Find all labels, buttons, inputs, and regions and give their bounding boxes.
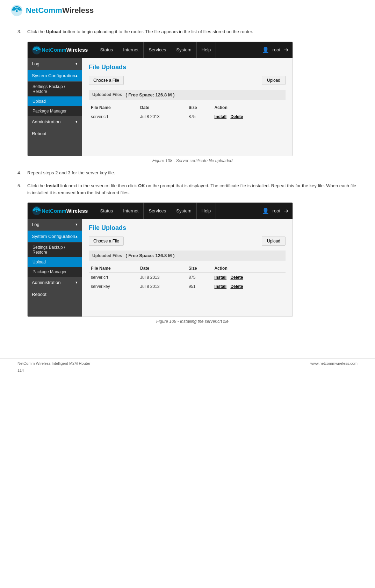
- col-date-2: Date: [138, 264, 186, 273]
- page-title-1: File Uploads: [89, 64, 286, 71]
- sidebar-sysconfg-chevron-2: ▴: [75, 234, 78, 239]
- username-1: root: [273, 47, 280, 52]
- nav-internet-1[interactable]: Internet: [118, 42, 144, 58]
- screenshot-1: NetCommWireless Status Internet Services…: [27, 42, 293, 156]
- router-main-1: File Uploads Choose a File Upload Upload…: [82, 58, 293, 156]
- sidebar-upload-1[interactable]: Upload: [28, 96, 82, 106]
- upload-btn-2[interactable]: Upload: [262, 237, 286, 246]
- router-logo-icon-2: [32, 206, 42, 216]
- router-navbar-2: NetCommWireless Status Internet Services…: [28, 203, 293, 219]
- router-navbar-1: NetCommWireless Status Internet Services…: [28, 42, 293, 58]
- router-nav-items-1: Status Internet Services System Help: [95, 42, 262, 58]
- sidebar-reboot-2[interactable]: Reboot: [28, 289, 82, 300]
- sidebar-sysconfg-label-2: System Configuration: [32, 234, 75, 239]
- delete-link-1-1[interactable]: Delete: [230, 114, 243, 119]
- step-3-number: 3.: [17, 28, 27, 35]
- file-date-2-2: Jul 8 2013: [138, 282, 186, 291]
- uploaded-files-bar-1: Uploaded Files ( Free Space: 126.8 M ): [89, 90, 286, 100]
- nav-help-2[interactable]: Help: [197, 203, 216, 219]
- doc-header: NetCommWireless: [0, 0, 375, 21]
- router-main-2: File Uploads Choose a File Upload Upload…: [82, 219, 293, 317]
- username-2: root: [273, 208, 280, 213]
- nav-internet-2[interactable]: Internet: [118, 203, 144, 219]
- col-date-1: Date: [138, 103, 186, 112]
- file-actions-2-2: Install Delete: [212, 282, 286, 291]
- sidebar-log-label-1: Log: [32, 61, 39, 66]
- nav-status-2[interactable]: Status: [95, 203, 118, 219]
- sidebar-admin-2[interactable]: Administration ▾: [28, 277, 82, 288]
- sidebar-log-1[interactable]: Log ▾: [28, 58, 82, 70]
- table-row-2-2: server.key Jul 8 2013 951 Install Delete: [89, 282, 286, 291]
- free-space-1: ( Free Space: 126.8 M ): [125, 92, 174, 97]
- figure-caption-2: Figure 109 - Installing the server.crt f…: [27, 319, 358, 324]
- sidebar-sysconfg-2[interactable]: System Configuration ▴: [28, 231, 82, 242]
- router-logo-icon-1: [32, 45, 42, 55]
- sidebar-log-2[interactable]: Log ▾: [28, 219, 82, 230]
- logout-icon-2[interactable]: ➜: [284, 208, 288, 214]
- step-5-text: Click the Install link next to the serve…: [27, 182, 358, 196]
- file-name-1-1: server.crt: [89, 112, 138, 121]
- footer-left: NetComm Wireless Intelligent M2M Router: [17, 361, 90, 365]
- file-size-2-1: 875: [186, 273, 212, 282]
- sidebar-log-chevron-2: ▾: [75, 222, 78, 227]
- nav-system-1[interactable]: System: [171, 42, 196, 58]
- router-sidebar-1: Log ▾ System Configuration ▴ Settings Ba…: [28, 58, 82, 156]
- nav-status-1[interactable]: Status: [95, 42, 118, 58]
- file-size-2-2: 951: [186, 282, 212, 291]
- nav-help-1[interactable]: Help: [197, 42, 216, 58]
- file-date-2-1: Jul 8 2013: [138, 273, 186, 282]
- nav-services-1[interactable]: Services: [144, 42, 171, 58]
- install-link-2-1[interactable]: Install: [214, 275, 226, 280]
- sidebar-reboot-1[interactable]: Reboot: [28, 128, 82, 139]
- uploaded-files-bar-2: Uploaded Files ( Free Space: 126.8 M ): [89, 251, 286, 261]
- router-logo-2: NetCommWireless: [32, 206, 88, 216]
- sidebar-pkg-mgr-2[interactable]: Package Manager: [28, 267, 82, 277]
- nav-system-2[interactable]: System: [171, 203, 196, 219]
- sidebar-pkg-mgr-1[interactable]: Package Manager: [28, 106, 82, 116]
- step-5: 5. Click the Install link next to the se…: [17, 182, 358, 196]
- uploaded-files-label-1: Uploaded Files: [92, 92, 122, 97]
- file-actions-2-1: Install Delete: [212, 273, 286, 282]
- router-nav-right-1: 👤 root ➜: [262, 46, 288, 53]
- sidebar-settings-backup-2[interactable]: Settings Backup / Restore: [28, 242, 82, 257]
- nav-services-2[interactable]: Services: [144, 203, 171, 219]
- sidebar-admin-label-1: Administration: [32, 119, 60, 124]
- file-actions-1-1: Install Delete: [212, 112, 286, 121]
- table-row-1-1: server.crt Jul 8 2013 875 Install Delete: [89, 112, 286, 121]
- step-5-number: 5.: [17, 182, 27, 196]
- choose-file-btn-1[interactable]: Choose a File: [89, 76, 124, 85]
- col-size-1: Size: [186, 103, 212, 112]
- free-space-2: ( Free Space: 126.8 M ): [125, 253, 174, 258]
- footer-right: www.netcommwireless.com: [310, 361, 358, 365]
- page-title-2: File Uploads: [89, 224, 286, 232]
- sidebar-sysconfg-chevron-1: ▴: [75, 73, 78, 78]
- router-body-2: Log ▾ System Configuration ▴ Settings Ba…: [28, 219, 293, 317]
- logout-icon-1[interactable]: ➜: [284, 46, 288, 53]
- netcomm-logo-icon: [10, 4, 23, 17]
- uploaded-files-label-2: Uploaded Files: [92, 253, 122, 258]
- choose-file-btn-2[interactable]: Choose a File: [89, 237, 124, 246]
- router-logo-text-1: NetCommWireless: [42, 47, 88, 53]
- sidebar-admin-1[interactable]: Administration ▾: [28, 116, 82, 128]
- install-link-2-2[interactable]: Install: [214, 284, 226, 289]
- sidebar-log-chevron-1: ▾: [75, 61, 78, 66]
- user-icon-1: 👤: [262, 46, 269, 53]
- table-row-2-1: server.crt Jul 8 2013 875 Install Delete: [89, 273, 286, 282]
- router-body-1: Log ▾ System Configuration ▴ Settings Ba…: [28, 58, 293, 156]
- step-5-bold2: OK: [138, 183, 145, 188]
- col-action-1: Action: [212, 103, 286, 112]
- sidebar-upload-2[interactable]: Upload: [28, 257, 82, 267]
- upload-btn-1[interactable]: Upload: [262, 76, 286, 85]
- install-link-1-1[interactable]: Install: [214, 114, 226, 119]
- sidebar-admin-label-2: Administration: [32, 280, 60, 285]
- files-table-1: File Name Date Size Action server.crt Ju…: [89, 103, 286, 121]
- col-size-2: Size: [186, 264, 212, 273]
- delete-link-2-1[interactable]: Delete: [230, 275, 243, 280]
- sidebar-sysconfg-1[interactable]: System Configuration ▴: [28, 70, 82, 81]
- router-nav-right-2: 👤 root ➜: [262, 208, 288, 214]
- delete-link-2-2[interactable]: Delete: [230, 284, 243, 289]
- step-5-bold1: Install: [46, 183, 59, 188]
- sidebar-settings-backup-1[interactable]: Settings Backup / Restore: [28, 82, 82, 96]
- figure-caption-1: Figure 108 - Server certificate file upl…: [27, 158, 358, 163]
- step-4: 4. Repeat steps 2 and 3 for the server k…: [17, 169, 358, 176]
